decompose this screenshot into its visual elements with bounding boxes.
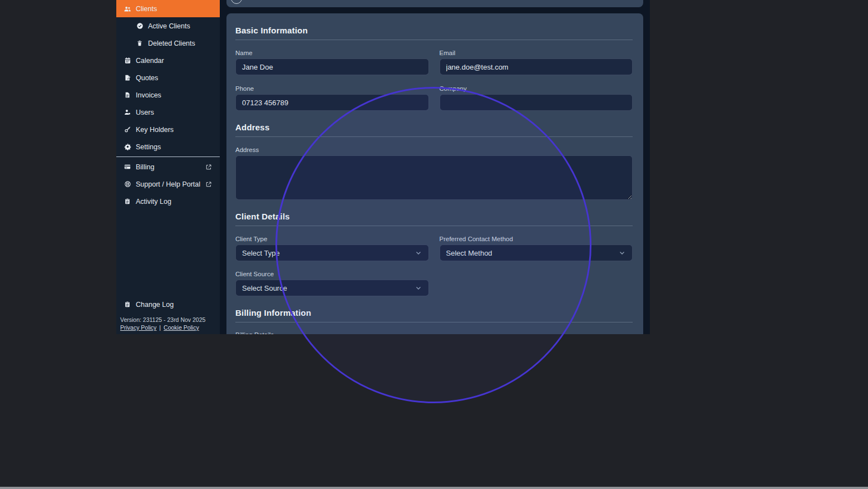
quote-icon [124, 74, 131, 82]
name-field: Name [235, 50, 429, 75]
section-divider [235, 136, 633, 137]
section-title-client-details: Client Details [235, 211, 633, 222]
sidebar-item-label: Support / Help Portal [136, 180, 200, 188]
chevron-down-icon [415, 249, 422, 257]
billing-details-field: Billing Details [235, 331, 633, 334]
section-divider [235, 226, 633, 226]
sidebar-item-deleted-clients[interactable]: Deleted Clients [116, 35, 220, 52]
sidebar-item-settings[interactable]: Settings [116, 138, 220, 155]
email-field: Email [440, 50, 633, 75]
cookie-policy-link[interactable]: Cookie Policy [164, 324, 199, 331]
client-source-select[interactable]: Select Source [235, 280, 429, 296]
sidebar-item-label: Invoices [136, 91, 161, 99]
client-type-select[interactable]: Select Type [235, 245, 429, 261]
sidebar-item-billing[interactable]: Billing [116, 158, 220, 175]
sidebar-item-clients[interactable]: Clients [116, 0, 220, 17]
check-circle-icon [136, 22, 144, 30]
sidebar-item-label: Active Clients [148, 22, 190, 30]
client-type-field: Client Type Select Type [235, 236, 429, 261]
toolbar-card [226, 0, 643, 7]
client-source-field: Client Source Select Source [235, 271, 429, 296]
client-form-card: Basic Information Name Email Phone [226, 13, 643, 334]
section-title-billing-information: Billing Information [235, 307, 633, 318]
external-link-icon [205, 180, 213, 188]
sidebar-item-label: Quotes [136, 74, 158, 82]
sidebar-bottom: Change Log Version: 231125 - 23rd Nov 20… [116, 296, 220, 331]
sidebar-item-label: Users [136, 109, 154, 116]
sidebar-item-label: Clients [136, 5, 157, 13]
contact-method-field: Preferred Contact Method Select Method [440, 236, 633, 261]
contact-method-select[interactable]: Select Method [440, 245, 633, 261]
sidebar-item-label: Settings [136, 143, 161, 151]
billing-details-label: Billing Details [235, 331, 633, 334]
email-input[interactable] [440, 58, 633, 75]
calendar-icon [124, 57, 131, 65]
version-text: Version: 231125 - 23rd Nov 2025 [116, 313, 220, 324]
sidebar-item-label: Deleted Clients [148, 40, 195, 47]
section-divider [235, 322, 633, 322]
client-type-value: Select Type [242, 249, 415, 257]
sidebar-item-label: Change Log [136, 301, 174, 309]
credit-card-icon [124, 163, 131, 171]
sidebar-changelog-slot: Change Log [116, 296, 220, 313]
address-label: Address [235, 146, 633, 153]
user-icon [124, 109, 131, 116]
outer-background: ClientsActive ClientsDeleted ClientsCale… [0, 0, 868, 489]
contact-method-value: Select Method [446, 249, 619, 257]
email-label: Email [440, 50, 633, 56]
phone-input[interactable] [235, 94, 429, 111]
contact-method-label: Preferred Contact Method [440, 236, 633, 242]
bottom-window-edge [0, 487, 868, 489]
sidebar-item-activity-log[interactable]: Activity Log [116, 193, 220, 210]
sidebar-item-label: Key Holders [136, 126, 174, 134]
clipboard-icon [124, 198, 131, 206]
section-title-address: Address [235, 122, 633, 133]
sidebar-item-change-log[interactable]: Change Log [116, 296, 220, 313]
sidebar-item-active-clients[interactable]: Active Clients [116, 17, 220, 35]
company-label: Company [440, 85, 633, 92]
sidebar-item-label: Billing [136, 163, 154, 171]
company-input[interactable] [440, 94, 633, 111]
client-source-value: Select Source [242, 284, 415, 292]
chevron-down-icon [618, 249, 626, 257]
trash-icon [136, 40, 144, 47]
clipboard-icon [124, 301, 131, 309]
sidebar-nav: ClientsActive ClientsDeleted ClientsCale… [116, 0, 220, 210]
external-link-icon [205, 163, 213, 171]
client-source-label: Client Source [235, 271, 429, 277]
name-label: Name [235, 50, 429, 56]
client-type-label: Client Type [235, 236, 429, 242]
policy-separator: | [159, 324, 161, 331]
help-icon [124, 180, 131, 188]
users-icon [124, 5, 131, 13]
address-textarea[interactable] [235, 155, 633, 200]
gear-icon [124, 143, 131, 151]
back-button[interactable] [231, 0, 242, 4]
key-icon [124, 126, 131, 134]
sidebar-item-support-help-portal[interactable]: Support / Help Portal [116, 175, 220, 193]
sidebar-item-label: Calendar [136, 57, 164, 65]
privacy-policy-link[interactable]: Privacy Policy [120, 324, 156, 331]
phone-label: Phone [235, 85, 429, 92]
section-title-basic-information: Basic Information [235, 25, 633, 36]
company-field: Company [440, 85, 633, 111]
chevron-down-icon [415, 284, 422, 292]
sidebar-item-calendar[interactable]: Calendar [116, 52, 220, 69]
policy-links: Privacy Policy|Cookie Policy [116, 324, 220, 331]
sidebar-divider [116, 157, 220, 157]
sidebar: ClientsActive ClientsDeleted ClientsCale… [116, 0, 220, 334]
phone-field: Phone [235, 85, 429, 111]
invoice-icon [124, 91, 131, 99]
section-divider [235, 40, 633, 40]
sidebar-item-invoices[interactable]: Invoices [116, 86, 220, 104]
app-window: ClientsActive ClientsDeleted ClientsCale… [116, 0, 650, 334]
sidebar-item-label: Activity Log [136, 198, 171, 206]
sidebar-item-quotes[interactable]: Quotes [116, 69, 220, 86]
sidebar-item-key-holders[interactable]: Key Holders [116, 121, 220, 138]
address-field: Address [235, 146, 633, 200]
main-content: Basic Information Name Email Phone [226, 0, 643, 334]
name-input[interactable] [235, 58, 429, 75]
sidebar-item-users[interactable]: Users [116, 104, 220, 121]
